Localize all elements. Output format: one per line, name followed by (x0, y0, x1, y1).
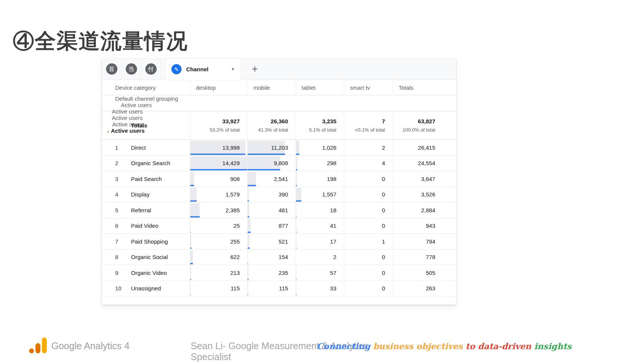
table-row[interactable]: 2Organic Search14,4299,808298424,554 (102, 156, 456, 172)
mobile-value-cell: 9,808 (247, 156, 296, 171)
table-row[interactable]: 8Organic Social62215420778 (102, 250, 456, 265)
value-bar (248, 235, 250, 247)
footer-brand: Google Analytics 4 (29, 337, 129, 353)
desktop-value-cell: 13,998 (190, 140, 247, 155)
channel-cell: 1Direct (102, 140, 190, 155)
cell-value: 2,385 (225, 207, 240, 213)
value-bar (248, 219, 251, 232)
dimension-subheader[interactable]: Default channel grouping (102, 95, 190, 102)
row-rank: 9 (115, 270, 131, 276)
cell-value: 481 (279, 207, 288, 213)
cell-value: 3,647 (421, 176, 435, 182)
value-bar (248, 282, 248, 294)
edit-pencil-icon: ✎ (171, 64, 182, 74)
channel-cell: 4Display (102, 187, 190, 202)
row-rank: 4 (115, 191, 131, 198)
desktop-value-cell: 1,579 (190, 187, 247, 202)
tablet-value-cell: 57 (296, 265, 344, 281)
smart-tv-value-cell: 0 (344, 202, 393, 218)
table-row[interactable]: 1Direct13,99811,2031,026226,415 (102, 140, 456, 156)
cell-value: 794 (426, 238, 435, 245)
totals-value-cell: 778 (393, 250, 456, 265)
cell-value: 1,557 (322, 191, 336, 198)
smart-tv-value-cell: 0 (344, 187, 393, 202)
table-row[interactable]: 5Referral2,3854811802,884 (102, 202, 456, 218)
value-bar-line (190, 200, 197, 202)
value-bar-line (296, 169, 297, 170)
cell-value: 778 (426, 254, 435, 260)
channel-cell: 7Paid Shopping (102, 234, 190, 249)
cell-value: 0 (382, 191, 385, 198)
cell-value: 1 (382, 238, 385, 245)
cell-value: 255 (230, 238, 240, 245)
channel-name: Paid Search (131, 176, 162, 182)
desktop-value-cell: 255 (190, 234, 247, 249)
channel-name: Display (131, 191, 149, 198)
cell-value: 0 (382, 285, 385, 291)
card-bottom-padding (102, 296, 456, 305)
cell-value: 41 (330, 222, 336, 229)
table-row[interactable]: 10Unassigned115115330263 (102, 281, 456, 297)
cell-value: 4 (382, 160, 385, 166)
tablet-value-cell: 18 (296, 202, 344, 218)
cell-value: 1,579 (225, 191, 240, 198)
metric-header-desktop[interactable]: Active users (102, 102, 159, 108)
tab-channel[interactable]: ✎ Channel ▼ (165, 58, 241, 80)
shortcut-button-2[interactable]: 当 (122, 58, 141, 80)
value-bar (296, 188, 301, 200)
smart-tv-value-cell: 0 (344, 265, 393, 281)
tablet-value-cell: 198 (296, 171, 344, 187)
value-bar (190, 235, 191, 247)
table-row[interactable]: 4Display1,5793901,55703,526 (102, 187, 456, 203)
value-bar-line (190, 247, 191, 249)
column-header-totals: Totals (393, 80, 456, 95)
cell-value: 11,203 (271, 144, 288, 151)
row-rank: 6 (115, 222, 131, 229)
table-row[interactable]: 3Paid Search9082,54119803,647 (102, 171, 456, 187)
row-rank: 8 (115, 254, 131, 260)
table-row[interactable]: 6Paid Video25877410943 (102, 218, 456, 234)
channel-cell: 2Organic Search (102, 156, 190, 171)
table-body: 1Direct13,99811,2031,026226,4152Organic … (102, 140, 456, 296)
chevron-down-icon[interactable]: ▼ (221, 67, 235, 71)
mobile-value-cell: 390 (247, 187, 296, 202)
tagline-word: insights (534, 341, 572, 351)
cell-value: 505 (426, 270, 435, 276)
table-row[interactable]: 7Paid Shopping255521171794 (102, 234, 456, 250)
value-bar-line (190, 279, 191, 280)
column-header-tablet: tablet (296, 80, 344, 95)
shortcut-button-1[interactable]: 首 (102, 58, 122, 80)
tablet-value-cell: 41 (296, 218, 344, 234)
row-rank: 3 (115, 176, 131, 182)
google-analytics-logo-icon (29, 337, 47, 353)
add-tab-button[interactable]: + (243, 58, 267, 80)
row-rank: 10 (115, 285, 131, 291)
channel-cell: 9Organic Video (102, 265, 190, 281)
cell-value: 213 (230, 270, 240, 276)
tablet-value-cell: 33 (296, 281, 344, 296)
cell-value: 57 (330, 270, 336, 276)
cell-value: 25 (233, 222, 240, 229)
column-header-mobile: mobile (247, 80, 296, 95)
value-bar (296, 141, 299, 153)
cell-value: 13,998 (222, 144, 240, 151)
desktop-value-cell: 622 (190, 250, 247, 265)
value-bar-line (190, 169, 247, 170)
channel-cell: 5Referral (102, 202, 190, 218)
cell-value: 0 (382, 176, 385, 182)
value-bar (190, 250, 193, 263)
value-bar-line (190, 153, 245, 155)
cell-value: 521 (279, 238, 288, 245)
mobile-value-cell: 521 (247, 234, 296, 249)
cell-value: 0 (382, 254, 385, 260)
totals-label: Totals (102, 111, 190, 140)
table-row[interactable]: 9Organic Video213235570505 (102, 265, 456, 281)
shortcut-button-3[interactable]: 付 (141, 58, 161, 80)
value-bar-line (248, 263, 248, 264)
cell-value: 198 (327, 176, 336, 182)
report-toolbar: 首 当 付 ✎ Channel ▼ + (102, 58, 456, 80)
value-bar-line (296, 200, 301, 202)
cell-value: 26,415 (418, 144, 435, 151)
channel-name: Paid Shopping (131, 238, 168, 245)
totals-mobile: 26,360 41.3% of total (247, 111, 296, 140)
